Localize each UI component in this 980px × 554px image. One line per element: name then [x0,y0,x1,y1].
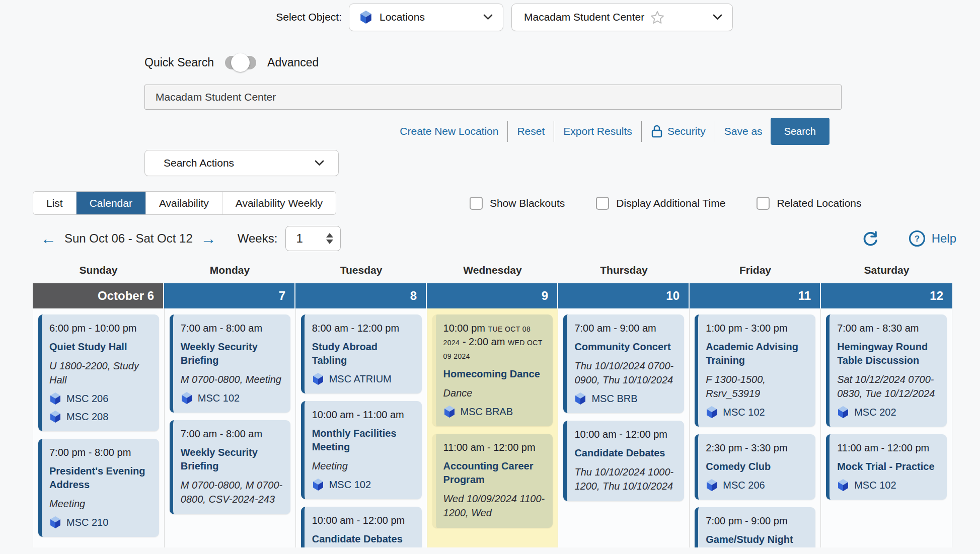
date-cell-saturday[interactable]: 12 [821,283,952,308]
object-value-dropdown[interactable]: Macadam Student Center [511,4,733,31]
event-subtitle: Thu 10/10/2024 1000-1200, Thu 10/10/2024 [574,465,676,493]
show-blackouts-option[interactable]: Show Blackouts [470,197,565,210]
tab-availability-weekly[interactable]: Availability Weekly [222,192,336,214]
date-cell-thursday[interactable]: 10 [558,283,690,308]
divider [507,121,508,142]
events-column-wednesday: 10:00 pm TUE OCT 08 2024 - 2:00 am WED O… [427,308,559,547]
event-time: 11:00 am - 12:00 pm [837,441,939,455]
date-cell-wednesday[interactable]: 9 [427,283,558,308]
calendar-grid: 6:00 pm - 10:00 pmQuiet Study HallU 1800… [33,308,952,547]
search-actions-dropdown[interactable]: Search Actions [144,150,339,176]
date-cell-tuesday[interactable]: 8 [295,283,427,308]
location-cube-icon [574,392,586,405]
divider [715,121,715,142]
display-additional-time-option[interactable]: Display Additional Time [596,197,725,210]
date-cell-friday[interactable]: 11 [690,283,821,308]
event-location-name: MSC 206 [723,480,765,491]
location-cube-icon [443,405,456,418]
event-location-link[interactable]: MSC 206 [706,479,808,492]
event-subtitle: Wed 10/09/2024 1100-1200, Wed [443,492,546,520]
search-button[interactable]: Search [771,118,830,145]
weeks-label: Weeks: [238,231,278,246]
help-button[interactable]: ? Help [909,230,956,247]
previous-week-arrow[interactable]: ← [41,231,56,247]
location-cube-icon [49,392,61,405]
create-new-location-link[interactable]: Create New Location [400,125,498,137]
event-location-link[interactable]: MSC BRAB [443,405,546,418]
svg-text:?: ? [914,234,919,244]
date-header-row: October 6789101112 [33,283,952,308]
events-column-thursday: 7:00 am - 9:00 amCommunity ConcertThu 10… [558,308,690,547]
event-location-link[interactable]: MSC BRB [574,392,676,405]
display-additional-time-checkbox[interactable] [596,197,609,210]
event-time: 8:00 am - 12:00 pm [312,322,414,335]
export-results-link[interactable]: Export Results [563,125,632,137]
event-time-text: - 2:00 am [463,336,505,347]
event-subtitle: Sat 10/12/2024 0700-0830, Tue 10/12/2024 [837,372,939,401]
star-icon[interactable] [650,11,664,24]
event-card[interactable]: 10:00 am - 12:00 pmCandidate DebatesThu … [563,421,684,501]
event-card[interactable]: 2:30 pm - 3:30 pmComedy Club MSC 206 [695,434,815,500]
event-card[interactable]: 1:00 pm - 3:00 pmAcademic Advising Train… [695,314,815,427]
event-card[interactable]: 8:00 am - 12:00 pmStudy Abroad Tabling M… [301,314,422,393]
related-locations-checkbox[interactable] [757,197,770,210]
stepper-up-icon[interactable] [326,233,333,238]
events-column-friday: 1:00 pm - 3:00 pmAcademic Advising Train… [690,308,821,547]
object-type-dropdown[interactable]: Locations [349,4,503,31]
event-card[interactable]: 7:00 am - 8:30 amHemingway Round Table D… [826,314,947,427]
event-card[interactable]: 7:00 am - 8:00 amWeekly Security Briefin… [170,314,290,413]
search-input[interactable] [144,85,842,110]
event-title: Candidate Debates [312,532,414,546]
event-location-link[interactable]: MSC 102 [181,391,283,405]
event-card[interactable]: 10:00 pm TUE OCT 08 2024 - 2:00 am WED O… [432,314,553,426]
event-card[interactable]: 7:00 pm - 8:00 pmPresident's Evening Add… [38,439,159,537]
tab-calendar[interactable]: Calendar [77,192,146,214]
weeks-stepper-arrows[interactable] [326,233,333,244]
stepper-down-icon[interactable] [326,240,333,244]
event-location-name: MSC 102 [198,392,240,404]
show-blackouts-checkbox[interactable] [470,197,483,210]
event-title: Accounting Career Program [443,459,546,487]
next-week-arrow[interactable]: → [201,231,216,247]
date-cell-sunday[interactable]: October 6 [33,283,164,308]
event-card[interactable]: 11:00 am - 12:00 pmAccounting Career Pro… [432,434,553,528]
event-subtitle: M 0700-0800, M 0700-0800, CSV-2024-243 [181,478,283,506]
tab-availability[interactable]: Availability [146,192,222,214]
search-mode-toggle[interactable] [225,56,256,69]
save-as-link[interactable]: Save as [724,125,763,137]
event-location-link[interactable]: MSC 102 [312,478,414,491]
event-location-link[interactable]: MSC 102 [837,479,939,492]
event-card[interactable]: 6:00 pm - 10:00 pmQuiet Study HallU 1800… [38,314,159,431]
quick-search-label: Quick Search [144,56,214,69]
event-time: 10:00 am - 12:00 pm [312,514,414,527]
event-location-link[interactable]: MSC 210 [49,516,152,529]
event-location-link[interactable]: MSC ATRIUM [312,372,414,385]
tab-list[interactable]: List [33,192,77,214]
event-card[interactable]: 7:00 pm - 9:00 pmGame/Study Night [695,507,815,547]
event-location-link[interactable]: MSC 202 [837,406,939,419]
event-card[interactable]: 7:00 am - 9:00 amCommunity ConcertThu 10… [563,314,684,413]
toggle-knob[interactable] [231,53,250,72]
event-card[interactable]: 10:00 am - 11:00 amMonthly Facilities Me… [301,401,422,499]
event-card[interactable]: 7:00 am - 8:00 amWeekly Security Briefin… [170,420,290,514]
event-location-link[interactable]: MSC 102 [706,406,808,419]
security-link[interactable]: Security [651,124,706,138]
event-time: 10:00 am - 12:00 pm [574,428,676,441]
event-location-name: MSC ATRIUM [329,373,392,385]
event-location-link[interactable]: MSC 206 [49,392,152,405]
display-additional-time-label: Display Additional Time [616,197,725,209]
search-toolbar: Create New Location Reset Export Results… [0,118,980,145]
weeks-stepper[interactable]: 1 [285,226,341,251]
event-location-link[interactable]: MSC 208 [49,410,152,423]
refresh-icon[interactable] [861,229,879,248]
date-cell-monday[interactable]: 7 [164,283,295,308]
location-cube-icon [706,406,718,419]
event-card[interactable]: 10:00 am - 12:00 pmCandidate Debates [301,507,422,547]
event-card[interactable]: 11:00 am - 12:00 pmMock Trial - Practice… [826,434,947,500]
reset-link[interactable]: Reset [517,125,545,137]
event-subtitle: M 0700-0800, Meeting [181,372,283,386]
event-location-name: MSC BRB [591,393,637,405]
event-time: 7:00 am - 8:30 am [837,322,939,335]
related-locations-option[interactable]: Related Locations [757,197,861,210]
event-title: Game/Study Night [706,533,808,546]
